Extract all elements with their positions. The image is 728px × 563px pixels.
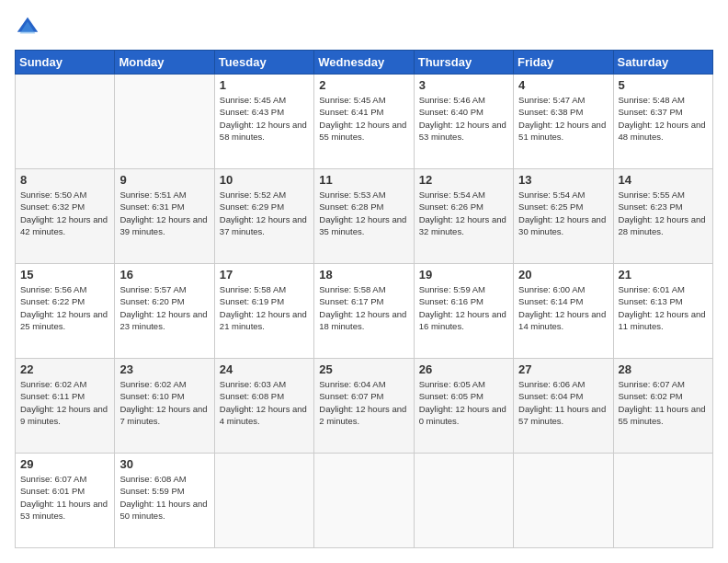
day-info: Sunrise: 6:08 AMSunset: 5:59 PMDaylight:…	[119, 473, 209, 522]
day-number: 14	[619, 173, 708, 187]
day-number: 5	[619, 78, 708, 92]
day-cell-23: 23Sunrise: 6:02 AMSunset: 6:10 PMDayligh…	[115, 359, 214, 454]
day-info: Sunrise: 5:58 AMSunset: 6:19 PMDaylight:…	[220, 283, 309, 332]
day-info: Sunrise: 5:56 AMSunset: 6:22 PMDaylight:…	[20, 283, 109, 332]
day-cell-27: 27Sunrise: 6:06 AMSunset: 6:04 PMDayligh…	[514, 359, 613, 454]
day-number: 22	[20, 362, 109, 376]
day-info: Sunrise: 6:07 AMSunset: 6:01 PMDaylight:…	[20, 473, 109, 522]
day-number: 3	[419, 78, 508, 92]
day-cell-9: 9Sunrise: 5:51 AMSunset: 6:31 PMDaylight…	[115, 169, 214, 264]
day-cell-15: 15Sunrise: 5:56 AMSunset: 6:22 PMDayligh…	[16, 264, 115, 359]
col-header-friday: Friday	[514, 51, 613, 75]
day-info: Sunrise: 6:00 AMSunset: 6:14 PMDaylight:…	[518, 283, 608, 332]
empty-cell	[613, 454, 712, 548]
day-number: 19	[419, 268, 508, 282]
day-info: Sunrise: 5:52 AMSunset: 6:29 PMDaylight:…	[220, 189, 309, 237]
day-info: Sunrise: 5:50 AMSunset: 6:32 PMDaylight:…	[20, 189, 109, 237]
day-number: 17	[220, 268, 309, 282]
day-cell-10: 10Sunrise: 5:52 AMSunset: 6:29 PMDayligh…	[214, 169, 313, 264]
day-info: Sunrise: 5:53 AMSunset: 6:28 PMDaylight:…	[319, 189, 408, 237]
day-number: 25	[319, 362, 408, 376]
day-info: Sunrise: 5:48 AMSunset: 6:37 PMDaylight:…	[619, 94, 708, 143]
day-cell-24: 24Sunrise: 6:03 AMSunset: 6:08 PMDayligh…	[214, 359, 313, 454]
calendar-table: SundayMondayTuesdayWednesdayThursdayFrid…	[15, 50, 713, 548]
page: SundayMondayTuesdayWednesdayThursdayFrid…	[0, 0, 728, 563]
day-info: Sunrise: 6:03 AMSunset: 6:08 PMDaylight:…	[220, 378, 309, 427]
day-cell-29: 29Sunrise: 6:07 AMSunset: 6:01 PMDayligh…	[16, 454, 115, 548]
day-cell-14: 14Sunrise: 5:55 AMSunset: 6:23 PMDayligh…	[613, 169, 712, 264]
day-info: Sunrise: 5:45 AMSunset: 6:41 PMDaylight:…	[319, 94, 408, 143]
day-info: Sunrise: 5:57 AMSunset: 6:20 PMDaylight:…	[119, 283, 209, 332]
calendar-header-row: SundayMondayTuesdayWednesdayThursdayFrid…	[16, 51, 713, 75]
day-number: 8	[20, 173, 109, 187]
day-cell-11: 11Sunrise: 5:53 AMSunset: 6:28 PMDayligh…	[314, 169, 414, 264]
day-cell-19: 19Sunrise: 5:59 AMSunset: 6:16 PMDayligh…	[414, 264, 513, 359]
day-number: 10	[220, 173, 309, 187]
day-cell-17: 17Sunrise: 5:58 AMSunset: 6:19 PMDayligh…	[214, 264, 313, 359]
empty-cell	[414, 454, 513, 548]
col-header-sunday: Sunday	[16, 51, 115, 75]
calendar-body: 1Sunrise: 5:45 AMSunset: 6:43 PMDaylight…	[16, 75, 713, 548]
day-cell-22: 22Sunrise: 6:02 AMSunset: 6:11 PMDayligh…	[16, 359, 115, 454]
calendar-week-3: 15Sunrise: 5:56 AMSunset: 6:22 PMDayligh…	[16, 264, 713, 359]
day-number: 9	[119, 173, 209, 187]
day-info: Sunrise: 6:04 AMSunset: 6:07 PMDaylight:…	[319, 378, 408, 427]
day-cell-1: 1Sunrise: 5:45 AMSunset: 6:43 PMDaylight…	[214, 75, 313, 169]
empty-cell	[514, 454, 613, 548]
day-number: 18	[319, 268, 408, 282]
day-info: Sunrise: 5:46 AMSunset: 6:40 PMDaylight:…	[419, 94, 508, 143]
day-number: 24	[220, 362, 309, 376]
day-info: Sunrise: 6:02 AMSunset: 6:11 PMDaylight:…	[20, 378, 109, 427]
empty-cell	[314, 454, 414, 548]
calendar-week-4: 22Sunrise: 6:02 AMSunset: 6:11 PMDayligh…	[16, 359, 713, 454]
day-info: Sunrise: 6:05 AMSunset: 6:05 PMDaylight:…	[419, 378, 508, 427]
day-number: 20	[518, 268, 608, 282]
day-cell-30: 30Sunrise: 6:08 AMSunset: 5:59 PMDayligh…	[115, 454, 214, 548]
header	[15, 15, 713, 40]
day-cell-20: 20Sunrise: 6:00 AMSunset: 6:14 PMDayligh…	[514, 264, 613, 359]
day-cell-25: 25Sunrise: 6:04 AMSunset: 6:07 PMDayligh…	[314, 359, 414, 454]
day-cell-4: 4Sunrise: 5:47 AMSunset: 6:38 PMDaylight…	[514, 75, 613, 169]
day-cell-12: 12Sunrise: 5:54 AMSunset: 6:26 PMDayligh…	[414, 169, 513, 264]
col-header-monday: Monday	[115, 51, 214, 75]
day-number: 1	[220, 78, 309, 92]
empty-cell	[16, 75, 115, 169]
day-cell-3: 3Sunrise: 5:46 AMSunset: 6:40 PMDaylight…	[414, 75, 513, 169]
day-cell-5: 5Sunrise: 5:48 AMSunset: 6:37 PMDaylight…	[613, 75, 712, 169]
day-number: 27	[518, 362, 608, 376]
day-info: Sunrise: 6:01 AMSunset: 6:13 PMDaylight:…	[619, 283, 708, 332]
day-info: Sunrise: 5:47 AMSunset: 6:38 PMDaylight:…	[518, 94, 608, 143]
day-number: 13	[518, 173, 608, 187]
calendar-week-2: 8Sunrise: 5:50 AMSunset: 6:32 PMDaylight…	[16, 169, 713, 264]
day-info: Sunrise: 5:45 AMSunset: 6:43 PMDaylight:…	[220, 94, 309, 143]
day-number: 28	[619, 362, 708, 376]
empty-cell	[214, 454, 313, 548]
day-info: Sunrise: 6:07 AMSunset: 6:02 PMDaylight:…	[619, 378, 708, 427]
day-number: 29	[20, 457, 109, 471]
col-header-tuesday: Tuesday	[214, 51, 313, 75]
col-header-thursday: Thursday	[414, 51, 513, 75]
day-info: Sunrise: 6:06 AMSunset: 6:04 PMDaylight:…	[518, 378, 608, 427]
day-number: 21	[619, 268, 708, 282]
day-info: Sunrise: 5:54 AMSunset: 6:26 PMDaylight:…	[419, 189, 508, 237]
logo	[15, 15, 44, 40]
day-info: Sunrise: 5:54 AMSunset: 6:25 PMDaylight:…	[518, 189, 608, 237]
logo-icon	[15, 15, 40, 40]
col-header-saturday: Saturday	[613, 51, 712, 75]
col-header-wednesday: Wednesday	[314, 51, 414, 75]
day-cell-13: 13Sunrise: 5:54 AMSunset: 6:25 PMDayligh…	[514, 169, 613, 264]
day-number: 15	[20, 268, 109, 282]
calendar-week-1: 1Sunrise: 5:45 AMSunset: 6:43 PMDaylight…	[16, 75, 713, 169]
day-info: Sunrise: 5:51 AMSunset: 6:31 PMDaylight:…	[119, 189, 209, 237]
day-number: 11	[319, 173, 408, 187]
day-cell-8: 8Sunrise: 5:50 AMSunset: 6:32 PMDaylight…	[16, 169, 115, 264]
day-cell-2: 2Sunrise: 5:45 AMSunset: 6:41 PMDaylight…	[314, 75, 414, 169]
day-number: 30	[119, 457, 209, 471]
day-number: 2	[319, 78, 408, 92]
day-number: 4	[518, 78, 608, 92]
day-info: Sunrise: 6:02 AMSunset: 6:10 PMDaylight:…	[119, 378, 209, 427]
day-cell-18: 18Sunrise: 5:58 AMSunset: 6:17 PMDayligh…	[314, 264, 414, 359]
day-number: 12	[419, 173, 508, 187]
day-number: 16	[119, 268, 209, 282]
day-cell-26: 26Sunrise: 6:05 AMSunset: 6:05 PMDayligh…	[414, 359, 513, 454]
